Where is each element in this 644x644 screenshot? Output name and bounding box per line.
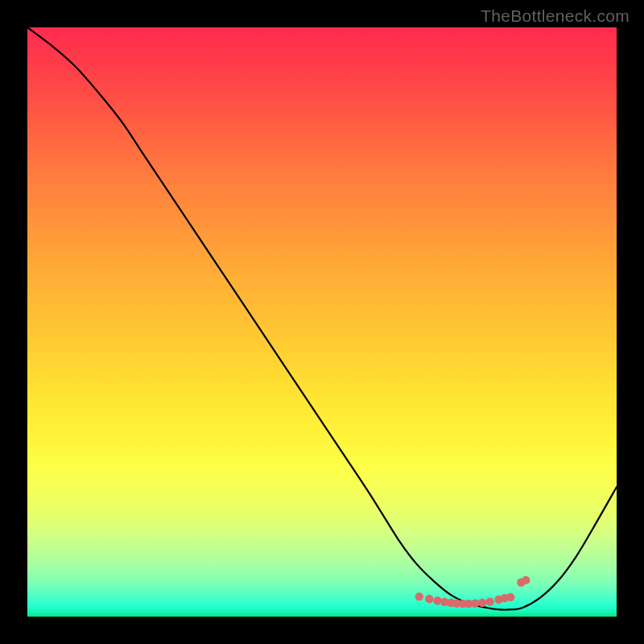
marker-dot: [506, 593, 514, 601]
bottleneck-curve: [27, 27, 617, 610]
marker-dot: [433, 597, 441, 605]
watermark-text: TheBottleneck.com: [481, 6, 630, 26]
marker-dot: [522, 576, 530, 584]
chart-svg: [27, 27, 617, 617]
marker-dot: [415, 592, 423, 601]
marker-dot: [485, 597, 493, 605]
marker-dot: [478, 599, 486, 607]
marker-dot: [425, 595, 433, 603]
